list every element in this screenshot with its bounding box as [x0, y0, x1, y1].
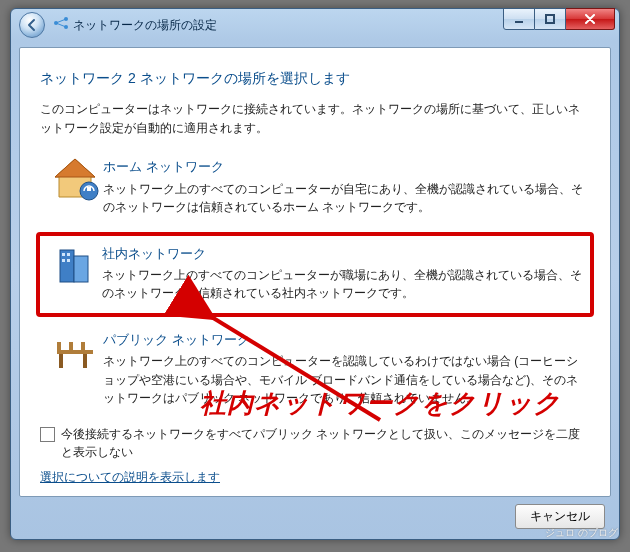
svg-rect-15 — [57, 350, 93, 354]
page-heading: ネットワーク 2 ネットワークの場所を選択します — [40, 70, 590, 88]
svg-rect-8 — [87, 187, 91, 191]
minimize-button[interactable] — [503, 8, 535, 30]
svg-rect-16 — [57, 342, 61, 354]
svg-rect-20 — [83, 354, 87, 368]
arrow-left-icon — [25, 18, 39, 32]
treat-as-public-checkbox-row[interactable]: 今後接続するネットワークをすべてパブリック ネットワークとして扱い、このメッセー… — [40, 425, 590, 461]
home-network-icon — [47, 157, 103, 216]
public-network-icon — [47, 330, 103, 408]
watermark: ジュロ のブログ — [545, 526, 618, 540]
option-home-desc: ネットワーク上のすべてのコンピューターが自宅にあり、全機が認識されている場合、そ… — [103, 180, 583, 217]
window-frame: ネットワークの場所の設定 ネットワーク 2 ネットワークの場所を選択します この — [10, 8, 620, 540]
intro-text: このコンピューターはネットワークに接続されています。ネットワークの場所に基づいて… — [40, 100, 590, 138]
checkbox-label: 今後接続するネットワークをすべてパブリック ネットワークとして扱い、このメッセー… — [61, 425, 590, 461]
work-network-icon — [46, 244, 102, 303]
option-work-desc: ネットワーク上のすべてのコンピューターが職場にあり、全機が認識されている場合、そ… — [102, 266, 584, 303]
maximize-icon — [545, 14, 555, 24]
option-work-title: 社内ネットワーク — [102, 244, 584, 264]
titlebar: ネットワークの場所の設定 — [11, 9, 619, 41]
window-title: ネットワークの場所の設定 — [73, 17, 217, 34]
svg-rect-18 — [81, 342, 85, 354]
maximize-button[interactable] — [535, 8, 566, 30]
svg-rect-19 — [59, 354, 63, 368]
minimize-icon — [514, 14, 524, 24]
checkbox-icon[interactable] — [40, 427, 55, 442]
option-work-network[interactable]: 社内ネットワーク ネットワーク上のすべてのコンピューターが職場にあり、全機が認識… — [36, 232, 594, 317]
svg-rect-11 — [62, 253, 65, 256]
back-button[interactable] — [19, 12, 45, 38]
network-small-icon — [53, 15, 69, 35]
svg-rect-14 — [67, 259, 70, 262]
close-button[interactable] — [566, 8, 615, 30]
svg-rect-17 — [69, 342, 73, 354]
option-public-title: パブリック ネットワーク — [103, 330, 583, 350]
option-home-network[interactable]: ホーム ネットワーク ネットワーク上のすべてのコンピューターが自宅にあり、全機が… — [40, 148, 590, 227]
svg-rect-3 — [515, 21, 523, 23]
close-icon — [584, 14, 596, 24]
svg-rect-12 — [67, 253, 70, 256]
client-area: ネットワーク 2 ネットワークの場所を選択します このコンピューターはネットワー… — [19, 47, 611, 497]
annotation-text: 社内ネットワークをクリック — [200, 386, 561, 421]
help-link[interactable]: 選択についての説明を表示します — [40, 470, 220, 484]
option-home-title: ホーム ネットワーク — [103, 157, 583, 177]
svg-marker-6 — [55, 159, 95, 177]
svg-rect-13 — [62, 259, 65, 262]
svg-rect-4 — [546, 15, 554, 23]
svg-rect-10 — [74, 256, 88, 282]
